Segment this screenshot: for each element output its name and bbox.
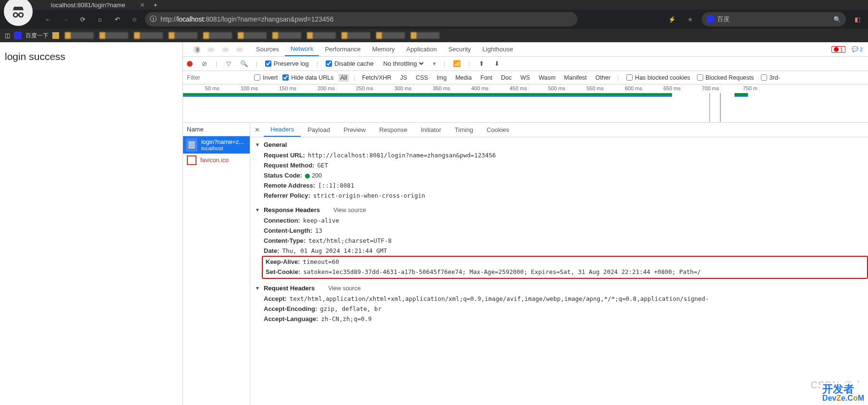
tab-sources[interactable]: Sources [250, 42, 285, 56]
view-source-link[interactable]: View source [333, 207, 366, 214]
tab-network[interactable]: Network [285, 42, 319, 56]
bookmark-baidu[interactable]: 百度一下 [25, 32, 49, 40]
record-icon[interactable] [187, 61, 193, 67]
status-code-value: 200 [305, 172, 322, 179]
tab-payload[interactable]: Payload [301, 123, 337, 137]
blocked-requests-checkbox[interactable]: Blocked Requests [697, 74, 754, 81]
baidu-icon [707, 15, 714, 23]
back-icon[interactable]: ← [41, 12, 55, 26]
tab-lighthouse[interactable]: Lighthouse [477, 42, 519, 56]
request-url-label: Request URL: [264, 152, 305, 159]
extension-icon[interactable]: ◧ [851, 12, 864, 26]
request-host: localhost [201, 145, 244, 151]
tab-preview[interactable]: Preview [337, 123, 372, 137]
svg-point-1 [19, 13, 23, 17]
referrer-policy-value: strict-origin-when-cross-origin [313, 192, 425, 199]
filter-other[interactable]: Other [594, 74, 612, 82]
request-headers-section: ▼Request HeadersView source Accept:text/… [250, 281, 868, 326]
tab-cookies[interactable]: Cookies [480, 123, 516, 137]
tab-response[interactable]: Response [372, 123, 414, 137]
reload-icon[interactable]: ⟳ [76, 12, 89, 26]
document-icon [186, 138, 197, 152]
star-icon[interactable]: ☆ [128, 12, 141, 26]
tab-application[interactable]: Application [401, 42, 443, 56]
tab-performance[interactable]: Performance [319, 42, 366, 56]
filter-doc[interactable]: Doc [499, 74, 513, 82]
remote-address-value: [::1]:8081 [318, 182, 354, 189]
favicon-icon [187, 155, 196, 165]
download-icon[interactable]: ⬇ [493, 60, 501, 68]
request-list: Name login?name=z... localhost favicon.i… [183, 123, 250, 405]
invert-checkbox[interactable]: Invert [254, 74, 278, 81]
tab-initiator[interactable]: Initiator [414, 123, 448, 137]
filter-row: Invert Hide data URLs All | Fetch/XHR JS… [183, 71, 868, 84]
browser-toolbar: ← → ⟳ ⌂ ↶ ☆ ⓘ http://localhost:8081/logi… [0, 10, 868, 29]
referrer-policy-label: Referrer Policy: [264, 192, 310, 199]
tab-headers[interactable]: Headers [264, 123, 301, 137]
general-header[interactable]: ▼General [250, 139, 868, 150]
message-badge[interactable]: 💬 2 [849, 46, 865, 53]
filter-fetch[interactable]: Fetch/XHR [360, 74, 393, 82]
general-section: ▼General Request URL:http://localhost:80… [250, 137, 868, 202]
favorite-icon[interactable]: ★ [684, 12, 697, 26]
request-row-favicon[interactable]: favicon.ico [183, 154, 250, 167]
page-content: login success [0, 42, 183, 405]
info-icon[interactable]: ⓘ [150, 15, 157, 24]
tab-memory[interactable]: Memory [367, 42, 401, 56]
filter-manifest[interactable]: Manifest [562, 74, 588, 82]
remote-address-label: Remote Address: [264, 182, 315, 189]
request-url-value: http://localhost:8081/login?name=zhangsa… [308, 152, 496, 159]
devze-watermark: 开发者 DevZe.CoM [820, 383, 866, 403]
login-success-text: login success [5, 51, 65, 62]
browser-tab-strip: localhost:8081/login?name ✕ + [0, 0, 868, 10]
request-detail: ✕ Headers Payload Preview Response Initi… [250, 123, 868, 405]
tab-timing[interactable]: Timing [448, 123, 480, 137]
request-method-value: GET [317, 162, 328, 169]
search-icon[interactable]: 🔍 [833, 16, 841, 23]
waterfall-timeline[interactable]: 50 ms100 ms150 ms200 ms250 ms300 ms350 m… [183, 84, 868, 123]
filter-ws[interactable]: WS [518, 74, 532, 82]
sidebar-toggle-icon[interactable]: ◫ [5, 32, 10, 39]
request-name: login?name=z... [201, 139, 244, 145]
upload-icon[interactable]: ⬆ [478, 60, 486, 68]
preserve-log-checkbox[interactable]: Preserve log [265, 60, 309, 67]
tab-security[interactable]: Security [442, 42, 477, 56]
third-party-checkbox[interactable]: 3rd- [761, 74, 780, 81]
clear-icon[interactable]: ⊘ [200, 60, 208, 68]
set-cookie-value: satoken=1ec35d89-37dd-4631-a17b-50645f76… [303, 268, 701, 275]
request-headers-header[interactable]: ▼Request HeadersView source [250, 283, 868, 294]
filter-wasm[interactable]: Wasm [537, 74, 557, 82]
search-icon[interactable]: 🔍 [240, 60, 248, 68]
filter-font[interactable]: Font [478, 74, 494, 82]
error-badge[interactable]: 1 [831, 46, 845, 53]
filter-img[interactable]: Img [435, 74, 449, 82]
address-bar[interactable]: ⓘ http://localhost:8081/login?name=zhang… [145, 12, 577, 26]
filter-icon[interactable]: ▽ [225, 60, 232, 68]
close-icon[interactable]: ✕ [250, 126, 264, 133]
request-row-login[interactable]: login?name=z... localhost [183, 136, 250, 154]
home-icon[interactable]: ⌂ [93, 12, 107, 26]
throttling-select[interactable]: No throttling [381, 60, 425, 68]
filter-js[interactable]: JS [398, 74, 409, 82]
name-column-header[interactable]: Name [183, 123, 250, 136]
blocked-cookies-checkbox[interactable]: Has blocked cookies [626, 74, 690, 81]
devtools-tabs: ◨▭▭▭ Sources Network Performance Memory … [183, 42, 868, 57]
hide-data-urls-checkbox[interactable]: Hide data URLs [282, 74, 333, 81]
response-headers-header[interactable]: ▼Response HeadersView source [250, 204, 868, 215]
svg-point-0 [13, 13, 17, 17]
network-toolbar: ⊘ | ▽ 🔍 | Preserve log | Disable cache N… [183, 57, 868, 71]
search-engine-box[interactable]: 百度 🔍 [702, 12, 846, 26]
undo-icon[interactable]: ↶ [110, 12, 124, 26]
wifi-icon[interactable]: 📶 [453, 60, 461, 68]
detail-tabs: ✕ Headers Payload Preview Response Initi… [250, 123, 868, 137]
filter-media[interactable]: Media [453, 74, 474, 82]
forward-icon: → [59, 12, 72, 26]
filter-input[interactable] [187, 74, 249, 81]
baidu-bm-icon [14, 32, 22, 39]
disable-cache-checkbox[interactable]: Disable cache [326, 60, 374, 67]
tab-title[interactable]: localhost:8081/login?name [51, 1, 125, 9]
filter-css[interactable]: CSS [414, 74, 430, 82]
flash-icon[interactable]: ⚡ [665, 12, 679, 26]
filter-all[interactable]: All [339, 74, 349, 82]
view-source-link[interactable]: View source [328, 285, 361, 292]
